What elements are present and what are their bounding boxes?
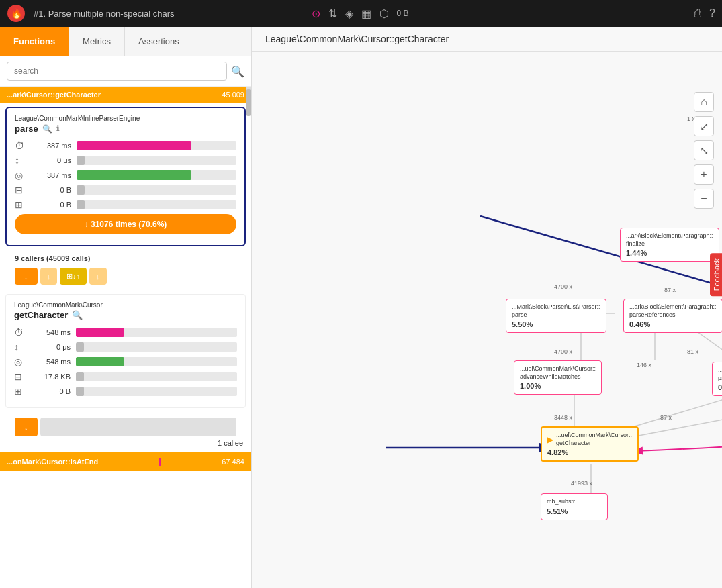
callee-nav-btn[interactable]: ↓ <box>15 418 38 436</box>
top-function-row: ...ark\Cursor::getCharacter 45 009 <box>0 87 251 103</box>
func-search-icon[interactable]: 🔍 <box>42 124 52 134</box>
metric-bar-net <box>77 200 236 209</box>
main-layout: Functions Metrics Assertions 🔍 ...ark\Cu… <box>0 27 722 588</box>
metric2-bar-fill-time <box>76 328 124 337</box>
metric2-bar-cpu <box>76 357 237 366</box>
metric-row-net: ⊞ 0 B <box>15 199 236 210</box>
func2-title: getCharacter 🔍 <box>14 310 237 320</box>
graph-canvas[interactable]: processInlines@1 38.59% ...quel\CommonMa… <box>252 52 722 583</box>
node-mb-substr[interactable]: mb_substr 5.51% <box>541 493 608 520</box>
metric2-row-time: ⏱ 548 ms <box>14 327 237 338</box>
function-header: ...ark\Cursor::getCharacter 45 009 <box>0 87 251 103</box>
tab-bar: Functions Metrics Assertions <box>0 27 251 56</box>
left-panel: Functions Metrics Assertions 🔍 ...ark\Cu… <box>0 27 252 588</box>
edge-label-146x: 146 x <box>637 362 651 369</box>
edge-label-3448x: 3448 x <box>554 414 572 421</box>
second-function-card: League\CommonMark\Cursor getCharacter 🔍 … <box>5 294 246 408</box>
metric-value-net: 0 B <box>31 201 71 209</box>
alert-icon[interactable]: ⊙ <box>312 7 320 20</box>
search-input[interactable] <box>7 62 227 81</box>
metric2-value-io: 0 μs <box>30 343 71 351</box>
logo-icon: 🔥 <box>7 4 26 23</box>
layers-icon[interactable]: ◈ <box>345 7 353 20</box>
callers-section: 9 callers (45009 calls) ↓ ↓ ⊞↓↑ ↓ <box>0 250 251 290</box>
metric-row-mem: ⊟ 0 B <box>15 185 236 195</box>
share-icon[interactable]: ⎙ <box>694 7 701 19</box>
node-getCharacter[interactable]: ▶ ...uel\CommonMark\Cursor::getCharacter… <box>541 426 639 462</box>
node-referenceparser-parse[interactable]: ...commonMark\ReferenceParser::parse 0.4… <box>712 362 722 396</box>
metric2-bar-fill-io <box>76 342 84 352</box>
func2-namespace: League\CommonMark\Cursor <box>14 301 237 309</box>
bottom-func-name: ...onMark\Cursor::isAtEnd <box>7 458 98 466</box>
callers-prev-btn[interactable]: ↓ <box>40 268 58 285</box>
right-panel: League\CommonMark\Cursor::getCharacter <box>252 27 722 588</box>
metric2-bar-time <box>76 328 237 337</box>
metric2-bar-net <box>76 387 237 396</box>
search-button[interactable]: 🔍 <box>231 65 244 78</box>
callers-nav-btn[interactable]: ↓ <box>15 268 38 285</box>
mem-icon: ⊟ <box>15 185 31 195</box>
callee-section: ↓ 1 callee <box>0 412 251 452</box>
bottom-indicator <box>159 458 161 466</box>
sort-icon[interactable]: ⇅ <box>328 7 337 20</box>
help-icon[interactable]: ? <box>709 7 715 19</box>
metric2-row-mem: ⊟ 17.8 KB <box>14 371 237 382</box>
home-ctrl-btn[interactable]: ⌂ <box>694 92 714 112</box>
metric2-row-cpu: ◎ 548 ms <box>14 356 237 367</box>
tab-assertions[interactable]: Assertions <box>125 27 193 56</box>
node-listparser-parse[interactable]: ...Mark\Block\Parser\List\Parser::parse … <box>506 299 606 333</box>
io2-icon: ↕ <box>14 342 30 352</box>
callers-next-btn[interactable]: ↓ <box>89 268 107 285</box>
tab-metrics[interactable]: Metrics <box>69 27 125 56</box>
scrollbar[interactable] <box>246 87 251 103</box>
zoom-out-ctrl-btn[interactable]: − <box>694 189 714 209</box>
play-icon: ▶ <box>547 435 553 444</box>
metric-bar-io <box>77 156 236 165</box>
callee-buttons: ↓ <box>8 415 243 436</box>
node-finalize[interactable]: ...ark\Block\Element\Paragraph::finalize… <box>620 228 719 262</box>
metric2-value-cpu: 548 ms <box>30 358 71 366</box>
table-icon[interactable]: ▦ <box>361 7 371 20</box>
metric2-row-io: ↕ 0 μs <box>14 342 237 352</box>
metric-row-time: ⏱ 387 ms <box>15 140 236 151</box>
node-parseReferences[interactable]: ...ark\Block\Element\Paragraph::parseRef… <box>623 299 722 333</box>
net-icon: ⊞ <box>15 199 31 210</box>
callers-buttons: ↓ ↓ ⊞↓↑ ↓ <box>8 265 243 289</box>
metric2-bar-fill-cpu <box>76 357 124 366</box>
expand-ctrl-btn[interactable]: ⤢ <box>694 116 714 136</box>
fullscreen-ctrl-btn[interactable]: ⤡ <box>694 140 714 160</box>
metric2-row-net: ⊞ 0 B <box>14 386 237 397</box>
func2-search-icon[interactable]: 🔍 <box>72 310 83 320</box>
metric2-bar-fill-mem <box>76 372 84 381</box>
metric2-bar-io <box>76 342 237 352</box>
time2-icon: ⏱ <box>14 327 30 338</box>
feedback-tab[interactable]: Feedback <box>710 253 722 296</box>
node-advanceWhileMatches[interactable]: ...uel\CommonMark\Cursor::advanceWhileMa… <box>514 360 602 395</box>
first-function-card: League\CommonMark\InlineParserEngine par… <box>5 107 246 246</box>
metric-bar-cpu <box>77 170 236 180</box>
callers-group-btn[interactable]: ⊞↓↑ <box>60 268 87 285</box>
edge-label-4700x-top: 4700 x <box>554 283 572 290</box>
topbar: 🔥 #1. Parse multiple non-special chars ⊙… <box>0 0 722 27</box>
storage-badge: 0 B <box>397 9 409 18</box>
svg-line-15 <box>695 330 722 364</box>
tab-functions[interactable]: Functions <box>0 27 69 56</box>
metric2-value-net: 0 B <box>30 387 71 395</box>
metric-row-io: ↕ 0 μs <box>15 155 236 166</box>
io-icon: ↕ <box>15 155 31 166</box>
zoom-in-ctrl-btn[interactable]: + <box>694 164 714 185</box>
func-namespace: League\CommonMark\InlineParserEngine <box>15 115 236 122</box>
time-icon: ⏱ <box>15 140 31 151</box>
func-info-icon[interactable]: ℹ <box>56 124 59 133</box>
net2-icon: ⊞ <box>14 386 30 397</box>
metric-bar-time <box>77 141 236 150</box>
chip-icon[interactable]: ⬡ <box>379 7 389 20</box>
svg-line-21 <box>628 394 722 438</box>
call-times-badge[interactable]: ↓ 31076 times (70.6%) <box>15 214 236 234</box>
edge-label-87x-top: 87 x <box>664 287 676 293</box>
graph-title: League\CommonMark\Cursor::getCharacter <box>252 27 722 52</box>
metric-bar-fill-io <box>77 156 85 165</box>
metric2-bar-fill-net <box>76 387 84 396</box>
scroll-thumb[interactable] <box>246 89 251 116</box>
callee-progress <box>40 418 237 436</box>
